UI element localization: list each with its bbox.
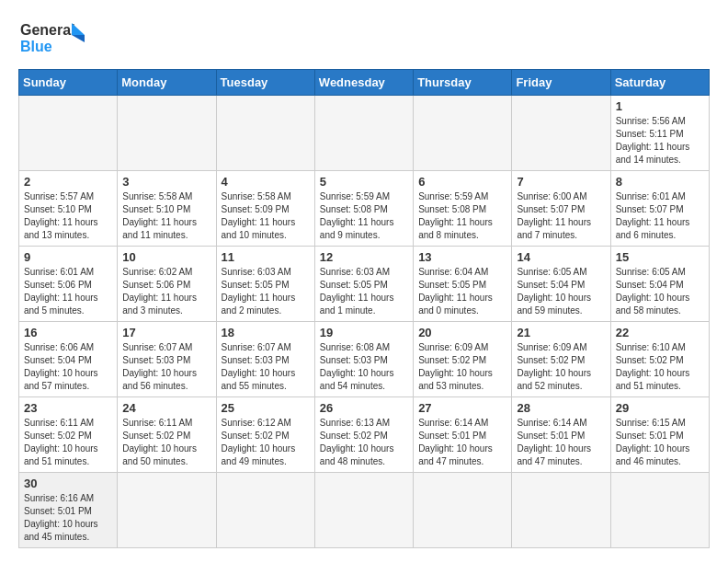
day-cell-2: 2Sunrise: 5:57 AM Sunset: 5:10 PM Daylig…: [19, 171, 118, 247]
day-cell-6: 6Sunrise: 5:59 AM Sunset: 5:08 PM Daylig…: [414, 171, 512, 247]
day-info: Sunrise: 6:05 AM Sunset: 5:04 PM Dayligh…: [517, 266, 605, 317]
day-number: 27: [418, 401, 506, 415]
day-info: Sunrise: 6:01 AM Sunset: 5:07 PM Dayligh…: [616, 190, 704, 242]
day-number: 25: [222, 401, 310, 415]
day-number: 9: [24, 250, 112, 264]
day-cell-14: 14Sunrise: 6:05 AM Sunset: 5:04 PM Dayli…: [512, 247, 610, 322]
day-number: 11: [222, 250, 310, 264]
day-cell-30: 30Sunrise: 6:16 AM Sunset: 5:01 PM Dayli…: [19, 473, 118, 548]
empty-cell: [118, 96, 216, 171]
empty-cell: [512, 473, 610, 548]
day-number: 6: [418, 175, 506, 189]
day-info: Sunrise: 6:08 AM Sunset: 5:03 PM Dayligh…: [320, 341, 408, 393]
day-info: Sunrise: 6:02 AM Sunset: 5:06 PM Dayligh…: [122, 266, 210, 317]
day-cell-1: 1Sunrise: 5:56 AM Sunset: 5:11 PM Daylig…: [610, 96, 709, 171]
day-cell-9: 9Sunrise: 6:01 AM Sunset: 5:06 PM Daylig…: [19, 247, 118, 322]
day-number: 15: [616, 250, 704, 264]
day-info: Sunrise: 6:15 AM Sunset: 5:01 PM Dayligh…: [616, 417, 704, 468]
day-number: 13: [418, 250, 506, 264]
svg-text:Blue: Blue: [20, 39, 52, 54]
day-number: 18: [222, 326, 310, 339]
empty-cell: [118, 473, 216, 548]
day-info: Sunrise: 6:11 AM Sunset: 5:02 PM Dayligh…: [24, 417, 112, 468]
weekday-header-monday: Monday: [118, 70, 216, 96]
day-info: Sunrise: 5:57 AM Sunset: 5:10 PM Dayligh…: [24, 190, 112, 242]
day-cell-24: 24Sunrise: 6:11 AM Sunset: 5:02 PM Dayli…: [118, 397, 216, 473]
day-cell-5: 5Sunrise: 5:59 AM Sunset: 5:08 PM Daylig…: [314, 171, 413, 247]
day-number: 24: [122, 401, 210, 415]
calendar-row-2: 2Sunrise: 5:57 AM Sunset: 5:10 PM Daylig…: [19, 171, 710, 247]
day-number: 30: [24, 477, 112, 490]
day-number: 21: [517, 326, 605, 339]
day-number: 2: [24, 175, 112, 189]
day-number: 1: [616, 99, 704, 113]
day-number: 14: [517, 250, 605, 264]
day-number: 28: [517, 401, 605, 415]
day-number: 8: [616, 175, 704, 189]
empty-cell: [19, 96, 118, 171]
calendar-row-4: 16Sunrise: 6:06 AM Sunset: 5:04 PM Dayli…: [19, 322, 710, 397]
day-info: Sunrise: 5:56 AM Sunset: 5:11 PM Dayligh…: [616, 115, 704, 167]
day-cell-8: 8Sunrise: 6:01 AM Sunset: 5:07 PM Daylig…: [610, 171, 709, 247]
empty-cell: [512, 96, 610, 171]
day-info: Sunrise: 6:09 AM Sunset: 5:02 PM Dayligh…: [517, 341, 605, 393]
day-info: Sunrise: 5:59 AM Sunset: 5:08 PM Dayligh…: [418, 190, 506, 242]
calendar-row-3: 9Sunrise: 6:01 AM Sunset: 5:06 PM Daylig…: [19, 247, 710, 322]
day-info: Sunrise: 6:05 AM Sunset: 5:04 PM Dayligh…: [616, 266, 704, 317]
day-cell-25: 25Sunrise: 6:12 AM Sunset: 5:02 PM Dayli…: [216, 397, 314, 473]
calendar-row-5: 23Sunrise: 6:11 AM Sunset: 5:02 PM Dayli…: [19, 397, 710, 473]
day-number: 5: [320, 175, 408, 189]
day-info: Sunrise: 5:58 AM Sunset: 5:10 PM Dayligh…: [122, 190, 210, 242]
day-cell-12: 12Sunrise: 6:03 AM Sunset: 5:05 PM Dayli…: [314, 247, 413, 322]
day-number: 17: [122, 326, 210, 339]
calendar-row-6: 30Sunrise: 6:16 AM Sunset: 5:01 PM Dayli…: [19, 473, 710, 548]
day-info: Sunrise: 6:14 AM Sunset: 5:01 PM Dayligh…: [418, 417, 506, 468]
day-number: 4: [222, 175, 310, 189]
empty-cell: [610, 473, 709, 548]
page-header: GeneralBlue: [18, 18, 710, 60]
day-number: 12: [320, 250, 408, 264]
empty-cell: [414, 473, 512, 548]
day-cell-4: 4Sunrise: 5:58 AM Sunset: 5:09 PM Daylig…: [216, 171, 314, 247]
day-number: 22: [616, 326, 704, 339]
calendar-row-1: 1Sunrise: 5:56 AM Sunset: 5:11 PM Daylig…: [19, 96, 710, 171]
day-cell-23: 23Sunrise: 6:11 AM Sunset: 5:02 PM Dayli…: [19, 397, 118, 473]
day-cell-3: 3Sunrise: 5:58 AM Sunset: 5:10 PM Daylig…: [118, 171, 216, 247]
day-info: Sunrise: 6:10 AM Sunset: 5:02 PM Dayligh…: [616, 341, 704, 393]
day-number: 20: [418, 326, 506, 339]
day-info: Sunrise: 5:58 AM Sunset: 5:09 PM Dayligh…: [222, 190, 310, 242]
empty-cell: [216, 96, 314, 171]
day-info: Sunrise: 6:03 AM Sunset: 5:05 PM Dayligh…: [222, 266, 310, 317]
day-info: Sunrise: 6:07 AM Sunset: 5:03 PM Dayligh…: [222, 341, 310, 393]
logo: GeneralBlue: [18, 18, 92, 60]
day-cell-15: 15Sunrise: 6:05 AM Sunset: 5:04 PM Dayli…: [610, 247, 709, 322]
weekday-header-friday: Friday: [512, 70, 610, 96]
svg-marker-2: [72, 23, 85, 35]
day-number: 10: [122, 250, 210, 264]
day-number: 19: [320, 326, 408, 339]
day-info: Sunrise: 6:13 AM Sunset: 5:02 PM Dayligh…: [320, 417, 408, 468]
weekday-header-wednesday: Wednesday: [314, 70, 413, 96]
day-cell-27: 27Sunrise: 6:14 AM Sunset: 5:01 PM Dayli…: [414, 397, 512, 473]
weekday-header-saturday: Saturday: [610, 70, 709, 96]
day-info: Sunrise: 6:07 AM Sunset: 5:03 PM Dayligh…: [122, 341, 210, 393]
weekday-header-thursday: Thursday: [414, 70, 512, 96]
empty-cell: [314, 473, 413, 548]
day-cell-22: 22Sunrise: 6:10 AM Sunset: 5:02 PM Dayli…: [610, 322, 709, 397]
day-cell-21: 21Sunrise: 6:09 AM Sunset: 5:02 PM Dayli…: [512, 322, 610, 397]
weekday-header-row: SundayMondayTuesdayWednesdayThursdayFrid…: [19, 70, 710, 96]
empty-cell: [314, 96, 413, 171]
day-cell-19: 19Sunrise: 6:08 AM Sunset: 5:03 PM Dayli…: [314, 322, 413, 397]
empty-cell: [216, 473, 314, 548]
day-cell-26: 26Sunrise: 6:13 AM Sunset: 5:02 PM Dayli…: [314, 397, 413, 473]
day-info: Sunrise: 6:16 AM Sunset: 5:01 PM Dayligh…: [24, 492, 112, 544]
day-number: 26: [320, 401, 408, 415]
day-info: Sunrise: 6:06 AM Sunset: 5:04 PM Dayligh…: [24, 341, 112, 393]
day-cell-11: 11Sunrise: 6:03 AM Sunset: 5:05 PM Dayli…: [216, 247, 314, 322]
day-info: Sunrise: 6:12 AM Sunset: 5:02 PM Dayligh…: [222, 417, 310, 468]
day-number: 29: [616, 401, 704, 415]
day-cell-28: 28Sunrise: 6:14 AM Sunset: 5:01 PM Dayli…: [512, 397, 610, 473]
day-cell-18: 18Sunrise: 6:07 AM Sunset: 5:03 PM Dayli…: [216, 322, 314, 397]
weekday-header-sunday: Sunday: [19, 70, 118, 96]
day-cell-20: 20Sunrise: 6:09 AM Sunset: 5:02 PM Dayli…: [414, 322, 512, 397]
